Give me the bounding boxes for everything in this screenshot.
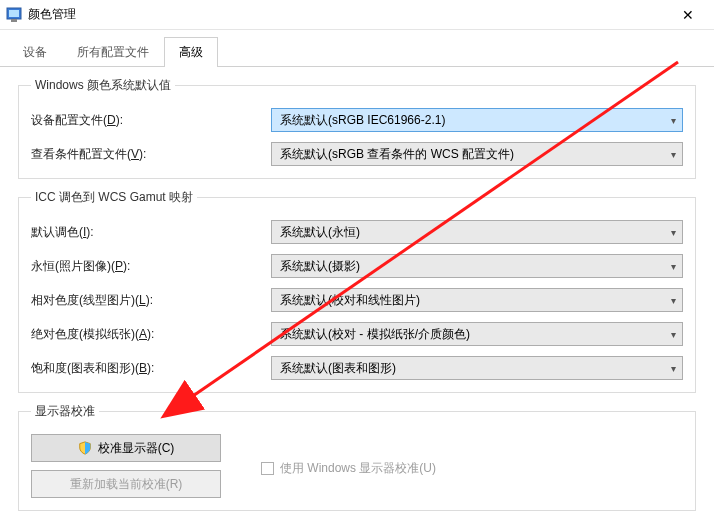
select-viewing-profile[interactable]: 系统默认(sRGB 查看条件的 WCS 配置文件) ▾ <box>271 142 683 166</box>
group-display-calibration: 显示器校准 校准显示器(C) 重新加载当前校准(R) 使用 Windows 显示… <box>18 403 696 511</box>
chevron-down-icon: ▾ <box>671 149 676 160</box>
select-viewing-profile-value: 系统默认(sRGB 查看条件的 WCS 配置文件) <box>280 146 514 163</box>
shield-icon <box>78 441 92 455</box>
group-icc-wcs: ICC 调色到 WCS Gamut 映射 默认调色(I): 系统默认(永恒) ▾… <box>18 189 696 393</box>
label-viewing-profile: 查看条件配置文件(V): <box>31 146 271 163</box>
label-default-intent: 默认调色(I): <box>31 224 271 241</box>
group-display-calibration-legend: 显示器校准 <box>31 403 99 420</box>
tab-all-profiles[interactable]: 所有配置文件 <box>62 37 164 67</box>
chevron-down-icon: ▾ <box>671 329 676 340</box>
group-icc-wcs-legend: ICC 调色到 WCS Gamut 映射 <box>31 189 197 206</box>
use-windows-calibration-checkbox <box>261 462 274 475</box>
chevron-down-icon: ▾ <box>671 261 676 272</box>
chevron-down-icon: ▾ <box>671 363 676 374</box>
calibrate-display-button[interactable]: 校准显示器(C) <box>31 434 221 462</box>
chevron-down-icon: ▾ <box>671 115 676 126</box>
reload-calibration-button: 重新加载当前校准(R) <box>31 470 221 498</box>
chevron-down-icon: ▾ <box>671 295 676 306</box>
select-relative[interactable]: 系统默认(校对和线性图片) ▾ <box>271 288 683 312</box>
use-windows-calibration-label: 使用 Windows 显示器校准(U) <box>280 460 436 477</box>
footer-text: 请分别存储对每个用户的颜色设置。要对新用户和共享打印机进行更改，请单击"更改系统… <box>0 521 714 529</box>
select-default-intent[interactable]: 系统默认(永恒) ▾ <box>271 220 683 244</box>
calibrate-display-label: 校准显示器(C) <box>98 440 175 457</box>
select-device-profile-value: 系统默认(sRGB IEC61966-2.1) <box>280 112 445 129</box>
svg-rect-2 <box>9 10 19 17</box>
tab-advanced[interactable]: 高级 <box>164 37 218 67</box>
reload-calibration-label: 重新加载当前校准(R) <box>70 476 183 493</box>
tab-devices[interactable]: 设备 <box>8 37 62 67</box>
app-icon <box>6 7 22 23</box>
window-title: 颜色管理 <box>28 6 668 23</box>
label-relative: 相对色度(线型图片)(L): <box>31 292 271 309</box>
titlebar: 颜色管理 ✕ <box>0 0 714 30</box>
tab-content: Windows 颜色系统默认值 设备配置文件(D): 系统默认(sRGB IEC… <box>0 67 714 511</box>
svg-rect-1 <box>11 19 17 22</box>
select-absolute[interactable]: 系统默认(校对 - 模拟纸张/介质颜色) ▾ <box>271 322 683 346</box>
select-perceptual[interactable]: 系统默认(摄影) ▾ <box>271 254 683 278</box>
close-button[interactable]: ✕ <box>668 1 708 29</box>
label-device-profile: 设备配置文件(D): <box>31 112 271 129</box>
chevron-down-icon: ▾ <box>671 227 676 238</box>
group-windows-defaults: Windows 颜色系统默认值 设备配置文件(D): 系统默认(sRGB IEC… <box>18 77 696 179</box>
label-perceptual: 永恒(照片图像)(P): <box>31 258 271 275</box>
select-device-profile[interactable]: 系统默认(sRGB IEC61966-2.1) ▾ <box>271 108 683 132</box>
label-saturation: 饱和度(图表和图形)(B): <box>31 360 271 377</box>
close-icon: ✕ <box>682 7 694 23</box>
select-saturation[interactable]: 系统默认(图表和图形) ▾ <box>271 356 683 380</box>
tab-bar: 设备 所有配置文件 高级 <box>0 30 714 67</box>
use-windows-calibration-row: 使用 Windows 显示器校准(U) <box>261 428 436 498</box>
group-windows-defaults-legend: Windows 颜色系统默认值 <box>31 77 175 94</box>
label-absolute: 绝对色度(模拟纸张)(A): <box>31 326 271 343</box>
